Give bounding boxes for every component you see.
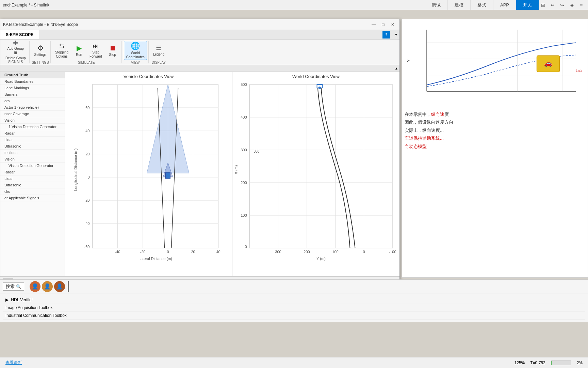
stepping-options-button[interactable]: ⇆ SteppingOptions bbox=[53, 41, 71, 60]
view-label-group: VIEW bbox=[131, 60, 140, 64]
ultrasonic-item-2[interactable]: Ultrasonic bbox=[0, 182, 65, 188]
vision-detection-gen-item-1[interactable]: 1 Vision Detection Generator bbox=[0, 124, 65, 130]
world-chart-svg: 500 400 300 200 100 0 300 200 100 0 -100… bbox=[232, 81, 399, 262]
world-coordinates-label: WorldCoordinates bbox=[126, 51, 145, 59]
vehicle-chart-container: Vehicle Coordinates View bbox=[65, 72, 232, 276]
step-forward-button[interactable]: ⏭ StepForward bbox=[87, 41, 104, 60]
barriers-item[interactable]: Barriers bbox=[0, 91, 65, 98]
search-box[interactable]: 搜索 🔍 bbox=[3, 282, 24, 291]
vision-detection-gen-item-2[interactable]: Vision Detection Generator bbox=[0, 163, 65, 169]
right-panel: Y 🚗 Lateral d... 在本示例中，纵向速度 因此，假 bbox=[402, 19, 588, 278]
image-acq-label: Image Acquisition Toolbox bbox=[5, 305, 53, 310]
vision-item-2[interactable]: Vision bbox=[0, 156, 65, 163]
toolbar-icon-5[interactable]: ≡ bbox=[577, 1, 585, 9]
highlight-1: 纵向 bbox=[431, 112, 440, 117]
toolbar-icon-4[interactable]: ◈ bbox=[568, 1, 576, 9]
view-items: 🌐 WorldCoordinates bbox=[124, 41, 147, 60]
toolbar-icon-1[interactable]: ⊞ bbox=[539, 1, 547, 9]
maximize-button[interactable]: □ bbox=[379, 20, 387, 29]
sensor-coverage-item[interactable]: nsor Coverage bbox=[0, 111, 65, 117]
minimize-button[interactable]: — bbox=[370, 20, 378, 29]
right-text-4: 车道保持辅助系统... bbox=[405, 134, 585, 142]
cks-item[interactable]: cks bbox=[0, 188, 65, 195]
content-area: Ground Truth Road Boundaries Lane Markin… bbox=[0, 72, 399, 276]
add-group-button[interactable]: ➕ Add Group bbox=[3, 41, 28, 50]
svg-text:20: 20 bbox=[85, 152, 89, 156]
legend-button[interactable]: ☰ Legend bbox=[151, 41, 167, 60]
list-item-image-acq[interactable]: Image Acquisition Toolbox bbox=[3, 304, 585, 312]
list-item-hdl[interactable]: ▶ HDL Verifier bbox=[3, 296, 585, 304]
avatar-2: 👤 bbox=[42, 281, 53, 292]
ors-item[interactable]: ors bbox=[0, 98, 65, 104]
world-chart-title: World Coordinates View bbox=[232, 72, 399, 81]
vision-item[interactable]: Vision bbox=[0, 117, 65, 124]
svg-text:300: 300 bbox=[241, 148, 247, 152]
lidar-item-2[interactable]: Lidar bbox=[0, 175, 65, 182]
view-diagnostics-link[interactable]: 查看诊断 bbox=[5, 360, 22, 366]
svg-text:-20: -20 bbox=[84, 198, 90, 202]
left-panel: Ground Truth Road Boundaries Lane Markin… bbox=[0, 72, 65, 276]
menu-bar-right: ⊞ ↩ ↪ ◈ ≡ bbox=[539, 1, 588, 9]
actor1-item[interactable]: Actor 1 (ego vehicle) bbox=[0, 104, 65, 111]
close-button[interactable]: ✕ bbox=[389, 20, 397, 29]
ground-truth-item[interactable]: Ground Truth bbox=[0, 72, 65, 78]
menu-tab-format[interactable]: 格式 bbox=[471, 0, 493, 10]
svg-text:200: 200 bbox=[241, 181, 247, 185]
window-controls: — □ ✕ bbox=[370, 20, 397, 29]
step-forward-label: StepForward bbox=[89, 50, 102, 59]
help-button[interactable]: ? bbox=[382, 31, 390, 39]
road-boundaries-item[interactable]: Road Boundaries bbox=[0, 78, 65, 85]
tections-item[interactable]: tections bbox=[0, 150, 65, 156]
world-coordinates-button[interactable]: 🌐 WorldCoordinates bbox=[124, 41, 147, 60]
run-label: Run bbox=[76, 53, 82, 57]
right-text-2: 因此，假设纵向速度方向 bbox=[405, 118, 585, 126]
svg-text:0: 0 bbox=[245, 245, 247, 249]
toolbar-icon-2[interactable]: ↩ bbox=[549, 1, 557, 9]
svg-text:20: 20 bbox=[191, 250, 195, 254]
menu-tab-build[interactable]: 建模 bbox=[448, 0, 471, 10]
lidar-item-1[interactable]: Lidar bbox=[0, 137, 65, 143]
menu-tab-switch[interactable]: 开关 bbox=[516, 0, 539, 10]
right-graph-area: Y 🚗 Lateral d... bbox=[402, 19, 588, 108]
svg-text:-60: -60 bbox=[84, 245, 90, 249]
svg-text:100: 100 bbox=[332, 250, 338, 254]
stepping-icon: ⇆ bbox=[59, 42, 64, 50]
menu-tab-app[interactable]: APP bbox=[493, 0, 516, 10]
simulate-group: ⇆ SteppingOptions ▶ Run ⏭ StepForward ⏹ … bbox=[51, 41, 122, 63]
collapse-icon[interactable]: ▲ bbox=[395, 66, 398, 70]
tab-arrow[interactable]: ▼ bbox=[393, 30, 399, 40]
delete-icon: 🗑 bbox=[14, 50, 18, 55]
svg-text:X (m): X (m) bbox=[234, 165, 238, 174]
delete-group-button[interactable]: 🗑 Delete Group bbox=[3, 50, 28, 59]
ultrasonic-item-1[interactable]: Ultrasonic bbox=[0, 143, 65, 150]
simulate-label-group: SIMULATE bbox=[78, 60, 95, 64]
progress-bar bbox=[551, 361, 571, 365]
svg-text:0: 0 bbox=[87, 175, 89, 179]
right-text-5: 向动态模型 bbox=[405, 142, 585, 150]
display-group: ☰ Legend DISPLAY bbox=[149, 41, 168, 63]
time-indicator: T=0.752 bbox=[530, 361, 545, 365]
bottom-panel: 搜索 🔍 👤 👤 👤 ▶ HDL Verifier Image Acquisit… bbox=[0, 279, 588, 322]
toolbar-icon-3[interactable]: ↪ bbox=[558, 1, 566, 9]
legend-icon: ☰ bbox=[156, 44, 161, 52]
bottom-toolbar: 搜索 🔍 👤 👤 👤 bbox=[0, 280, 588, 293]
radar-item-1[interactable]: Radar bbox=[0, 130, 65, 137]
run-button[interactable]: ▶ Run bbox=[71, 41, 86, 60]
avatar-1: 👤 bbox=[30, 281, 40, 292]
scope-tab[interactable]: S-EYE SCOPE bbox=[0, 30, 39, 39]
simulink-status: 查看诊断 125% T=0.752 2% bbox=[0, 357, 588, 368]
list-item-industrial[interactable]: Industrial Communication Toolbox bbox=[3, 312, 585, 320]
right-graph-svg: Y 🚗 Lateral d... bbox=[407, 25, 582, 106]
applicable-signals-item[interactable]: er Applicable Signals bbox=[0, 195, 65, 201]
radar-item-2[interactable]: Radar bbox=[0, 169, 65, 175]
menu-tab-debug[interactable]: 调试 bbox=[425, 0, 448, 10]
zoom-indicator: 125% bbox=[514, 361, 525, 365]
vehicle-chart-title: Vehicle Coordinates View bbox=[65, 72, 232, 81]
stop-button[interactable]: ⏹ Stop bbox=[105, 41, 120, 60]
settings-button[interactable]: ⚙ Settings bbox=[32, 41, 49, 60]
svg-text:0: 0 bbox=[167, 250, 169, 254]
lane-markings-item[interactable]: Lane Markings bbox=[0, 85, 65, 91]
bottom-list: ▶ HDL Verifier Image Acquisition Toolbox… bbox=[0, 293, 588, 322]
stop-icon: ⏹ bbox=[109, 44, 116, 52]
svg-text:300: 300 bbox=[275, 250, 281, 254]
